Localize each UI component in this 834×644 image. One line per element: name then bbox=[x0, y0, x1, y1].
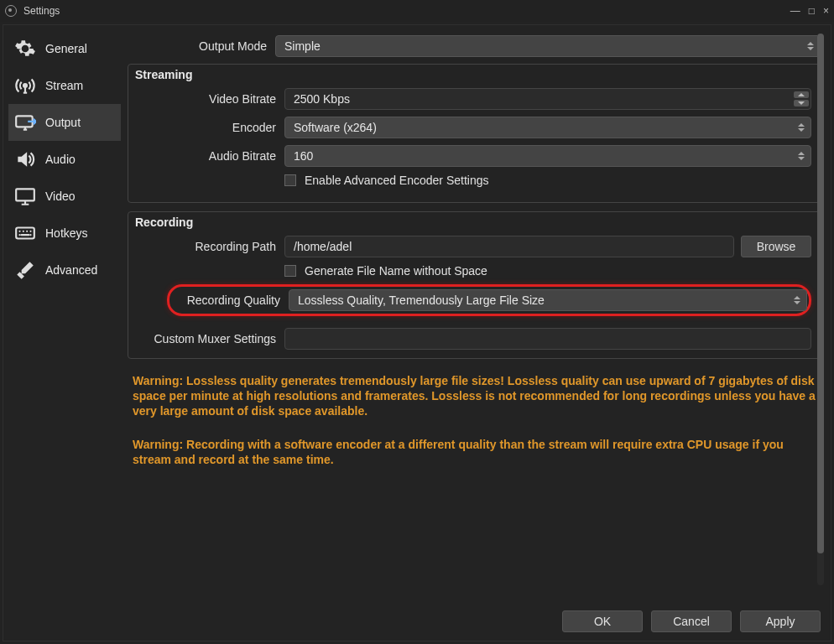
recording-quality-label: Recording Quality bbox=[171, 293, 289, 307]
video-bitrate-label: Video Bitrate bbox=[137, 92, 284, 106]
sidebar-item-label: Video bbox=[45, 190, 76, 203]
output-mode-dropdown[interactable]: Simple bbox=[275, 35, 821, 57]
gear-icon bbox=[13, 37, 37, 60]
chevron-updown-icon bbox=[795, 120, 807, 135]
video-bitrate-spinner[interactable]: 2500 Kbps bbox=[284, 88, 811, 110]
monitor-output-icon bbox=[13, 111, 37, 134]
content-pane: Output Mode Simple Streaming Video Bitra… bbox=[121, 30, 826, 589]
apply-button[interactable]: Apply bbox=[740, 610, 821, 632]
encoder-value: Software (x264) bbox=[294, 121, 377, 134]
svg-rect-2 bbox=[16, 189, 34, 200]
output-mode-label: Output Mode bbox=[128, 39, 275, 53]
recording-path-value: /home/adel bbox=[294, 240, 352, 253]
sidebar: General Stream Output Audio bbox=[8, 30, 121, 589]
maximize-button[interactable]: □ bbox=[809, 5, 815, 17]
chevron-updown-icon bbox=[795, 148, 807, 164]
recording-quality-value: Lossless Quality, Tremendously Large Fil… bbox=[298, 293, 545, 307]
streaming-group: Streaming Video Bitrate 2500 Kbps bbox=[128, 64, 821, 203]
encoder-dropdown[interactable]: Software (x264) bbox=[284, 117, 811, 138]
minimize-button[interactable]: — bbox=[790, 5, 800, 17]
recording-quality-dropdown[interactable]: Lossless Quality, Tremendously Large Fil… bbox=[289, 289, 807, 311]
sidebar-item-label: Advanced bbox=[45, 263, 97, 277]
custom-muxer-input[interactable] bbox=[284, 328, 811, 350]
sidebar-item-label: Output bbox=[45, 116, 81, 129]
scrollbar-thumb[interactable] bbox=[817, 34, 824, 553]
svg-rect-3 bbox=[16, 228, 34, 239]
audio-bitrate-value: 160 bbox=[294, 149, 313, 163]
chevron-updown-icon bbox=[805, 39, 816, 54]
warning-lossless: Warning: Lossless quality generates trem… bbox=[128, 367, 821, 419]
encoder-label: Encoder bbox=[137, 121, 284, 134]
chevron-updown-icon bbox=[791, 293, 803, 308]
generate-no-space-label: Generate File Name without Space bbox=[305, 264, 487, 278]
spinner-up-icon[interactable] bbox=[794, 91, 809, 98]
output-mode-value: Simple bbox=[284, 39, 321, 53]
dialog-footer: OK Cancel Apply bbox=[562, 610, 821, 632]
enable-advanced-label: Enable Advanced Encoder Settings bbox=[305, 174, 489, 187]
sidebar-item-advanced[interactable]: Advanced bbox=[8, 252, 121, 288]
monitor-icon bbox=[13, 184, 37, 208]
recording-legend: Recording bbox=[135, 216, 193, 229]
title-bar: Settings — □ × bbox=[0, 0, 834, 22]
sidebar-item-hotkeys[interactable]: Hotkeys bbox=[8, 215, 121, 252]
broadcast-icon bbox=[13, 74, 37, 97]
audio-bitrate-label: Audio Bitrate bbox=[137, 149, 284, 163]
sidebar-item-label: Audio bbox=[45, 153, 76, 166]
sidebar-item-label: General bbox=[45, 42, 87, 55]
tools-icon bbox=[13, 258, 37, 282]
enable-advanced-checkbox[interactable] bbox=[284, 174, 296, 186]
audio-bitrate-dropdown[interactable]: 160 bbox=[284, 145, 811, 167]
ok-button[interactable]: OK bbox=[562, 610, 643, 632]
sidebar-item-audio[interactable]: Audio bbox=[8, 141, 121, 178]
sidebar-item-label: Stream bbox=[45, 79, 83, 92]
recording-group: Recording Recording Path /home/adel Brow… bbox=[128, 211, 821, 359]
app-icon bbox=[5, 5, 17, 17]
sidebar-item-general[interactable]: General bbox=[8, 30, 121, 67]
custom-muxer-label: Custom Muxer Settings bbox=[137, 332, 284, 345]
close-button[interactable]: × bbox=[823, 5, 829, 17]
warning-cpu: Warning: Recording with a software encod… bbox=[128, 431, 821, 468]
sidebar-item-label: Hotkeys bbox=[45, 226, 88, 240]
recording-path-input[interactable]: /home/adel bbox=[284, 236, 734, 257]
keyboard-icon bbox=[13, 221, 37, 245]
highlight-annotation: Recording Quality Lossless Quality, Trem… bbox=[167, 284, 811, 316]
sidebar-item-video[interactable]: Video bbox=[8, 178, 121, 215]
streaming-legend: Streaming bbox=[135, 68, 192, 81]
speaker-icon bbox=[13, 148, 37, 171]
sidebar-item-output[interactable]: Output bbox=[8, 104, 121, 141]
video-bitrate-value: 2500 Kbps bbox=[294, 92, 350, 106]
browse-button[interactable]: Browse bbox=[741, 236, 811, 257]
recording-path-label: Recording Path bbox=[137, 240, 284, 253]
sidebar-item-stream[interactable]: Stream bbox=[8, 67, 121, 104]
cancel-button[interactable]: Cancel bbox=[651, 610, 732, 632]
svg-point-0 bbox=[23, 84, 27, 87]
generate-no-space-checkbox[interactable] bbox=[284, 265, 296, 277]
spinner-down-icon[interactable] bbox=[794, 100, 809, 106]
window-title: Settings bbox=[23, 5, 790, 17]
